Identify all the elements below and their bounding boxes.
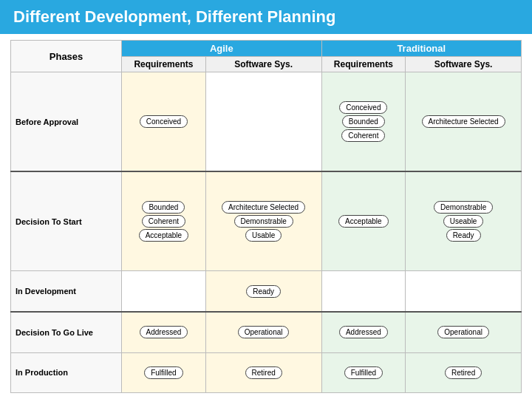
decision-start-row: Decision To Start Bounded Coherent Accep… — [11, 171, 522, 271]
badge-fulfilled-agile: Fulfilled — [144, 366, 183, 379]
badge-ready-trad: Ready — [446, 229, 481, 242]
badge-useable-trad: Useable — [443, 215, 484, 228]
badge-bounded-trad: Bounded — [342, 115, 385, 128]
agile-sw-before — [205, 72, 321, 172]
trad-req-header: Requirements — [321, 57, 406, 72]
before-approval-row: Before Approval Conceived Conceived Boun… — [11, 72, 522, 172]
before-approval-text: Before Approval — [16, 117, 78, 126]
agile-req-dev — [122, 271, 206, 312]
main-table: Phases Agile Traditional Requirements So… — [10, 40, 522, 393]
trad-req-dev — [321, 271, 406, 312]
agile-req-prod: Fulfilled — [122, 352, 206, 392]
badge-arch-agile: Architecture Selected — [222, 201, 305, 214]
agile-req-dtgl: Addressed — [122, 312, 206, 352]
page-title: Different Development, Different Plannin… — [13, 7, 335, 27]
agile-header: Agile — [122, 41, 321, 57]
in-production-text: In Production — [16, 368, 68, 377]
badge-usable-agile: Usable — [245, 229, 282, 242]
agile-sw-dev: Ready — [205, 271, 321, 312]
badge-addressed-agile: Addressed — [140, 326, 188, 338]
trad-sw-dts: Demonstrable Useable Ready — [406, 171, 522, 271]
badge-arch-trad: Architecture Selected — [422, 115, 505, 128]
badge-fulfilled-trad: Fulfilled — [344, 366, 383, 379]
agile-sw-dtgl: Operational — [205, 312, 321, 352]
agile-sw-dts: Architecture Selected Demonstrable Usabl… — [205, 171, 321, 271]
in-production-row: In Production Fulfilled Retired Fulfille… — [11, 352, 522, 392]
trad-sw-header: Software Sys. — [406, 57, 522, 72]
badge-coherent-agile: Coherent — [142, 215, 185, 228]
badge-retired-agile: Retired — [245, 366, 282, 379]
agile-req-header: Requirements — [122, 57, 206, 72]
badge-conceived-agile: Conceived — [140, 115, 188, 128]
badge-operational-agile: Operational — [238, 326, 290, 338]
badge-coherent-trad: Coherent — [341, 129, 385, 142]
decision-live-text: Decision To Go Live — [16, 328, 93, 337]
before-approval-label: Before Approval — [11, 72, 122, 172]
badge-demonstrable-trad: Demonstrable — [434, 201, 493, 214]
agile-sw-header: Software Sys. — [205, 57, 321, 72]
trad-sw-dev — [406, 271, 522, 312]
trad-req-dtgl: Addressed — [321, 312, 406, 352]
in-development-row: In Development Ready — [11, 271, 522, 312]
traditional-header: Traditional — [321, 41, 521, 57]
trad-req-prod: Fulfilled — [321, 352, 406, 392]
badge-ready-agile: Ready — [246, 285, 281, 298]
badge-acceptable-trad: Acceptable — [338, 215, 388, 228]
trad-req-before: Conceived Bounded Coherent — [321, 72, 406, 172]
decision-live-label: Decision To Go Live — [11, 312, 122, 352]
decision-start-label: Decision To Start — [11, 171, 122, 271]
phases-cell: Phases — [11, 41, 122, 72]
page-header: Different Development, Different Plannin… — [0, 0, 532, 34]
trad-sw-prod: Retired — [406, 352, 522, 392]
badge-demonstrable-agile: Demonstrable — [234, 215, 293, 228]
in-production-label: In Production — [11, 352, 122, 392]
page-wrapper: Different Development, Different Plannin… — [0, 0, 532, 399]
header-row-1: Phases Agile Traditional — [11, 41, 522, 57]
trad-sw-dtgl: Operational — [406, 312, 522, 352]
trad-sw-before: Architecture Selected — [406, 72, 522, 172]
badge-retired-trad: Retired — [445, 366, 482, 379]
table-wrapper: Phases Agile Traditional Requirements So… — [0, 34, 532, 399]
agile-req-before: Conceived — [122, 72, 206, 172]
in-development-label: In Development — [11, 271, 122, 312]
agile-req-dts: Bounded Coherent Acceptable — [122, 171, 206, 271]
agile-sw-prod: Retired — [205, 352, 321, 392]
badge-acceptable-agile: Acceptable — [139, 229, 188, 242]
decision-live-row: Decision To Go Live Addressed Operationa… — [11, 312, 522, 352]
decision-start-text: Decision To Start — [16, 217, 82, 226]
badge-operational-trad: Operational — [437, 326, 489, 338]
trad-req-dts: Acceptable — [321, 171, 406, 271]
badge-addressed-trad: Addressed — [339, 326, 388, 338]
badge-bounded-agile: Bounded — [142, 201, 185, 214]
badge-conceived-trad: Conceived — [339, 101, 387, 114]
in-development-text: In Development — [16, 287, 76, 296]
